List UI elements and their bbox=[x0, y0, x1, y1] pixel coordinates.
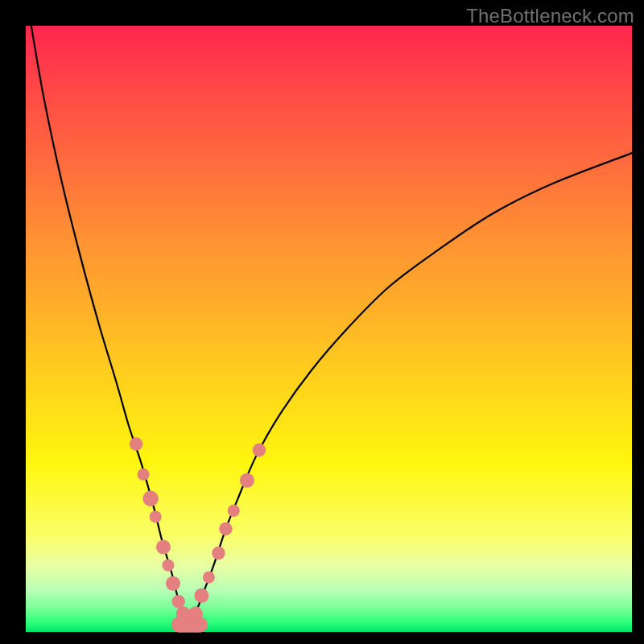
data-marker bbox=[228, 505, 240, 517]
data-marker bbox=[203, 572, 215, 584]
chart-svg bbox=[26, 26, 632, 632]
data-marker bbox=[130, 437, 143, 451]
right-branch-curve bbox=[189, 153, 632, 629]
data-marker bbox=[253, 444, 266, 457]
left-branch-curve bbox=[31, 26, 190, 629]
data-markers bbox=[130, 437, 266, 621]
data-marker bbox=[142, 491, 159, 507]
valley-capsule bbox=[171, 617, 208, 633]
data-marker bbox=[156, 540, 171, 555]
watermark-text: TheBottleneck.com bbox=[466, 5, 634, 27]
data-marker bbox=[171, 595, 185, 609]
data-marker bbox=[162, 559, 174, 572]
data-marker bbox=[150, 510, 162, 522]
data-marker bbox=[240, 473, 254, 488]
data-marker bbox=[212, 547, 225, 560]
data-marker bbox=[194, 588, 208, 603]
data-marker bbox=[138, 469, 150, 481]
chart-frame: TheBottleneck.com bbox=[0, 0, 644, 644]
data-marker bbox=[219, 522, 233, 536]
plot-area bbox=[26, 26, 632, 632]
data-marker bbox=[166, 576, 180, 591]
